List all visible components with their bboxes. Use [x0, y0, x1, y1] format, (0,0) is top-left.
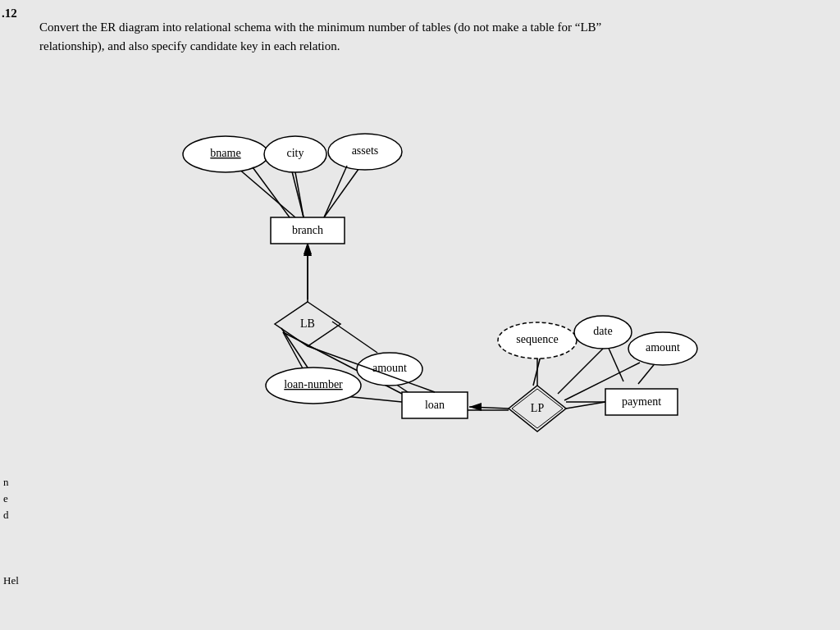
city-label: city — [287, 147, 304, 159]
margin-n: n — [3, 476, 9, 489]
svg-line-13 — [607, 345, 623, 381]
question-text: Convert the ER diagram into relational s… — [39, 18, 815, 57]
date-label: date — [593, 325, 612, 337]
svg-line-38 — [281, 328, 308, 368]
svg-line-0 — [238, 168, 295, 217]
svg-line-36 — [295, 172, 304, 217]
loan-label: loan — [425, 399, 445, 411]
question-line1: Convert the ER diagram into relational s… — [39, 21, 601, 34]
page: .12 Convert the ER diagram into relation… — [0, 0, 840, 630]
svg-line-39 — [332, 322, 377, 353]
payment-label: payment — [622, 395, 661, 408]
svg-marker-34 — [304, 244, 312, 256]
svg-line-30 — [566, 402, 605, 409]
svg-line-28 — [558, 349, 603, 394]
loan-number-label: loan-number — [284, 378, 343, 390]
svg-line-37 — [324, 166, 347, 217]
assets-label: assets — [352, 144, 379, 157]
lp-label: LP — [531, 402, 545, 414]
svg-line-35 — [253, 167, 290, 217]
margin-hel: Hel — [3, 574, 19, 587]
er-svg: bname city assets branch LB loan-number … — [107, 98, 730, 525]
question-number: .12 — [2, 7, 17, 21]
svg-line-2 — [324, 166, 361, 217]
amount-payment-label: amount — [646, 341, 680, 354]
bname-label: bname — [210, 147, 240, 159]
question-line2: relationship), and also specify candidat… — [39, 39, 340, 52]
er-diagram: bname city assets branch LB loan-number … — [107, 98, 730, 525]
margin-d: d — [3, 509, 9, 522]
branch-label: branch — [292, 224, 323, 236]
margin-e: e — [3, 492, 8, 505]
amount-loan-label: amount — [372, 362, 407, 374]
sequence-label: sequence — [516, 333, 558, 345]
lb-label: LB — [300, 317, 315, 330]
